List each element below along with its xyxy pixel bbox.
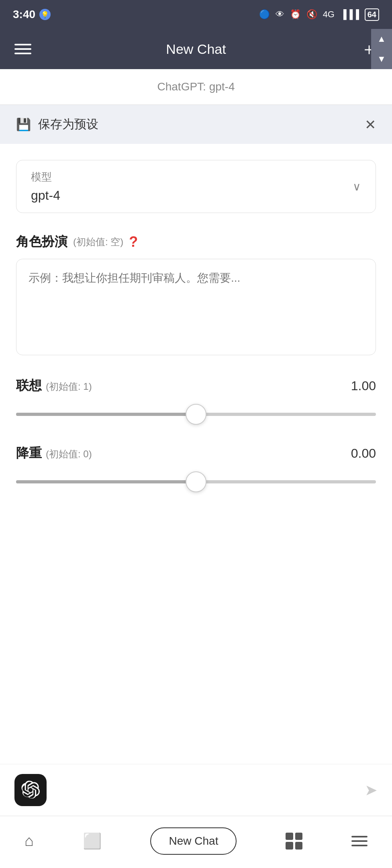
eye-icon: 👁 [276, 9, 284, 20]
slider-reduce-track [16, 472, 376, 492]
close-preset-button[interactable]: ✕ [365, 117, 376, 133]
status-time: 3:40 💡 [13, 8, 51, 21]
signal-icon: 4G [323, 9, 335, 20]
scroll-up-button[interactable]: ▲ [371, 29, 392, 49]
slider-association-track [16, 404, 376, 424]
nav-new-tab[interactable]: ⬜ [83, 832, 102, 850]
menu-button[interactable] [14, 44, 31, 54]
status-bar: 3:40 💡 🔵 👁 ⏰ 🔇 4G ▐▐▐ 64 [0, 0, 392, 29]
nav-grid[interactable] [286, 833, 302, 850]
slider-association-value: 1.00 [351, 379, 376, 393]
nav-list[interactable] [351, 836, 368, 846]
slider-association: 联想 (初始值: 1) 1.00 [16, 377, 376, 424]
save-preset-bar: 💾 保存为预设 ✕ [0, 105, 392, 144]
chevron-down-icon: ∨ [353, 180, 361, 193]
input-bar: ➤ [0, 764, 392, 816]
role-play-header: 角色扮演 (初始值: 空) ? [16, 233, 376, 251]
notification-icon: 💡 [39, 9, 51, 20]
slider-association-label-group: 联想 (初始值: 1) [16, 377, 92, 395]
slider-association-sub: (初始值: 1) [46, 380, 92, 393]
scroll-down-button[interactable]: ▼ [371, 49, 392, 69]
content-spacer [0, 638, 392, 764]
new-tab-icon: ⬜ [83, 832, 102, 850]
slider-track-fill [16, 413, 196, 416]
model-value: gpt-4 [31, 188, 361, 203]
new-chat-button[interactable]: New Chat [150, 827, 237, 855]
model-label: 模型 [31, 170, 361, 184]
save-preset-label: 保存为预设 [38, 116, 98, 133]
home-icon: ⌂ [24, 832, 34, 850]
battery-indicator: 64 [365, 8, 379, 21]
bottom-nav: ⌂ ⬜ New Chat [0, 816, 392, 868]
chatgpt-logo [14, 774, 47, 806]
slider-reduce-label-group: 降重 (初始值: 0) [16, 444, 92, 462]
nav-new-chat-button[interactable]: New Chat [150, 827, 237, 855]
slider-association-header: 联想 (初始值: 1) 1.00 [16, 377, 376, 395]
status-icons: 🔵 👁 ⏰ 🔇 4G ▐▐▐ 64 [259, 8, 379, 21]
slider-thumb[interactable] [186, 404, 206, 425]
slider-reduce-value: 0.00 [351, 446, 376, 461]
grid-icon [286, 833, 302, 850]
role-play-label: 角色扮演 [16, 233, 67, 251]
header-title: New Chat [166, 41, 226, 57]
role-play-input[interactable] [16, 259, 376, 355]
signal-bars: ▐▐▐ [340, 9, 359, 20]
role-play-sub-label: (初始值: 空) [73, 235, 123, 248]
list-icon [351, 836, 368, 846]
sub-header: ChatGPT: gpt-4 [0, 69, 392, 105]
circle-icon: 🔵 [259, 9, 270, 20]
scroll-buttons: ▲ ▼ [371, 29, 392, 69]
model-selector[interactable]: 模型 gpt-4 ∨ [16, 160, 376, 213]
main-content: 模型 gpt-4 ∨ 角色扮演 (初始值: 空) ? 联想 (初始值: 1) 1… [0, 144, 392, 638]
slider-reduce-sub: (初始值: 0) [46, 448, 92, 461]
slider-reduce-track-fill [16, 480, 196, 483]
time-display: 3:40 [13, 8, 35, 21]
mute-icon: 🔇 [306, 9, 317, 20]
slider-reduce: 降重 (初始值: 0) 0.00 [16, 444, 376, 492]
app-header: New Chat ＋ ▲ ▼ [0, 29, 392, 69]
chatgpt-logo-icon [21, 780, 40, 800]
slider-reduce-label: 降重 [16, 444, 42, 462]
save-preset-label-group: 💾 保存为预设 [16, 116, 98, 133]
send-button[interactable]: ➤ [365, 781, 378, 799]
slider-association-label: 联想 [16, 377, 42, 395]
slider-reduce-thumb[interactable] [186, 471, 206, 492]
model-indicator: ChatGPT: gpt-4 [157, 80, 235, 93]
save-icon: 💾 [16, 117, 31, 131]
slider-reduce-header: 降重 (初始值: 0) 0.00 [16, 444, 376, 462]
nav-home[interactable]: ⌂ [24, 832, 34, 850]
alarm-icon: ⏰ [290, 9, 301, 20]
help-icon[interactable]: ? [129, 233, 138, 250]
